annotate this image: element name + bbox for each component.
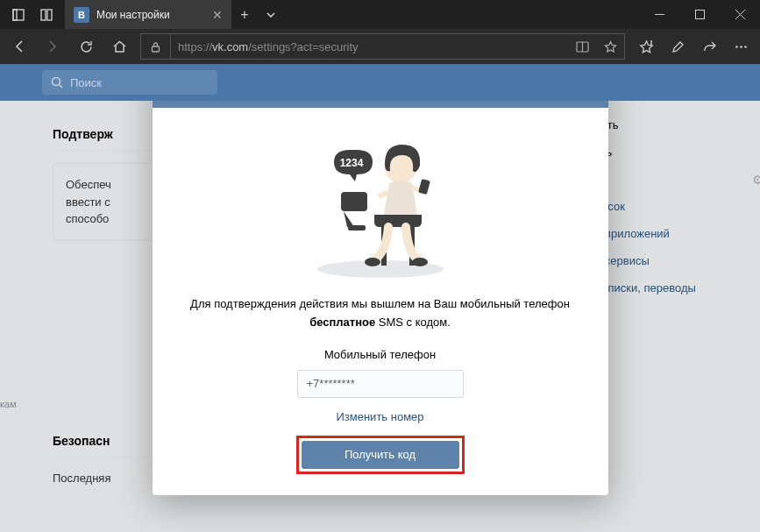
get-code-button[interactable]: Получить код <box>302 441 459 469</box>
set-aside-icon[interactable] <box>35 4 58 26</box>
change-number-link[interactable]: Изменить номер <box>336 410 423 423</box>
svg-rect-22 <box>348 225 366 231</box>
phone-label: Мобильный телефон <box>182 348 579 361</box>
vk-header: Поиск <box>0 64 760 101</box>
sidebar-toggle-icon[interactable] <box>7 4 30 26</box>
reading-view-icon[interactable] <box>568 40 596 53</box>
home-button[interactable] <box>103 29 135 64</box>
url-box[interactable]: https://vk.com/settings?act=security <box>140 33 625 60</box>
notes-icon[interactable] <box>662 29 693 64</box>
svg-rect-0 <box>13 10 24 20</box>
svg-point-29 <box>365 258 380 266</box>
submit-highlight: Получить код <box>296 436 465 474</box>
search-icon <box>51 76 63 89</box>
back-button[interactable] <box>4 29 35 64</box>
modal-description: Для подтверждения действия мы вышлем на … <box>182 295 579 332</box>
minimize-button[interactable] <box>639 0 679 29</box>
lock-icon[interactable] <box>141 34 171 59</box>
modal-header: Подтверждение действия ✕ <box>153 101 608 108</box>
refresh-button[interactable] <box>70 29 102 64</box>
favorite-icon[interactable] <box>596 40 624 53</box>
vk-favicon-icon: B <box>74 7 89 23</box>
svg-point-17 <box>53 78 60 86</box>
confirmation-modal: Подтверждение действия ✕ <box>153 101 608 495</box>
modal-overlay: Подтверждение действия ✕ <box>0 101 760 532</box>
favorites-hub-icon[interactable] <box>630 29 662 64</box>
tab-title: Мои настройки <box>96 9 205 21</box>
svg-rect-1 <box>13 10 17 20</box>
browser-chrome: B Мои настройки ✕ + https://vk.com/setti… <box>0 0 760 64</box>
svg-point-14 <box>735 46 738 48</box>
illustration: 1234 <box>297 131 464 280</box>
code-bubble: 1234 <box>339 157 363 169</box>
address-bar: https://vk.com/settings?act=security <box>0 29 760 64</box>
window-controls <box>639 0 760 29</box>
url-text: https://vk.com/settings?act=security <box>171 40 568 53</box>
svg-line-18 <box>60 85 62 88</box>
tab-overflow-icon[interactable] <box>258 0 284 29</box>
svg-point-16 <box>744 46 747 48</box>
modal-body: 1234 <box>153 108 608 495</box>
tab-active[interactable]: B Мои настройки ✕ <box>65 0 231 29</box>
close-window-button[interactable] <box>720 0 760 29</box>
tab-close-icon[interactable]: ✕ <box>212 8 223 22</box>
search-placeholder: Поиск <box>70 76 102 89</box>
page-content: Подтверж Обеспеч ввести с способо Безопа… <box>0 101 760 532</box>
svg-rect-2 <box>41 10 46 20</box>
tab-strip: B Мои настройки ✕ + <box>0 0 760 29</box>
share-icon[interactable] <box>693 29 725 64</box>
svg-rect-8 <box>153 46 160 52</box>
vk-search[interactable]: Поиск <box>42 70 217 95</box>
svg-rect-5 <box>695 11 704 19</box>
svg-point-15 <box>740 46 742 48</box>
more-icon[interactable] <box>725 29 756 64</box>
forward-button <box>37 29 68 64</box>
svg-point-30 <box>412 258 428 266</box>
phone-input[interactable] <box>297 370 464 398</box>
svg-rect-26 <box>418 179 430 195</box>
new-tab-button[interactable]: + <box>231 0 258 29</box>
svg-rect-3 <box>47 10 52 20</box>
svg-rect-21 <box>341 192 367 211</box>
maximize-button[interactable] <box>679 0 720 29</box>
